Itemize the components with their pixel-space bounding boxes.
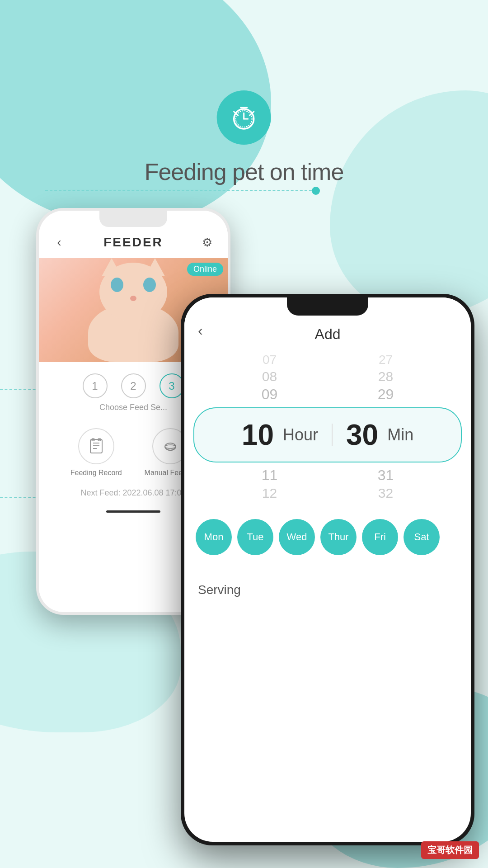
day-thur[interactable]: Thur: [320, 519, 357, 555]
home-bar: [106, 510, 160, 513]
day-fri[interactable]: Fri: [362, 519, 398, 555]
watermark: 宝哥软件园: [421, 841, 479, 859]
min-above-3: 29: [378, 386, 394, 403]
phone2-back-button[interactable]: ‹: [198, 322, 203, 339]
days-row: Mon Tue Wed Thur Fri: [196, 519, 460, 555]
dotted-line-top: [45, 190, 316, 191]
serving-section: Serving: [184, 574, 471, 606]
phone1-notch: [99, 211, 167, 227]
scroll-hour-above: 07 08 09: [262, 353, 278, 403]
hour-below-2: 12: [262, 486, 277, 501]
phone2-frame: ‹ Add 07 08 09 27 28 29: [181, 294, 474, 845]
scroll-min-below: 31 32: [378, 467, 394, 501]
serving-label: Serving: [198, 583, 457, 597]
scroll-min-above: 27 28 29: [378, 353, 394, 403]
time-minute-value: 30: [346, 418, 378, 452]
alarm-clock-icon: [228, 102, 260, 133]
headline: Feeding pet on time: [145, 158, 344, 185]
step-1: 1: [83, 373, 108, 398]
phone1-back-button[interactable]: ‹: [50, 233, 68, 251]
divider: [198, 569, 457, 569]
phone2-title: Add: [315, 326, 341, 343]
time-hour-label: Hour: [283, 425, 318, 444]
dot-accent-right: [312, 187, 320, 195]
min-above-1: 27: [379, 353, 393, 367]
step-2: 2: [121, 373, 146, 398]
alarm-icon-container: [217, 90, 271, 145]
day-tue[interactable]: Tue: [237, 519, 273, 555]
svg-point-14: [165, 445, 176, 448]
hour-above-1: 07: [263, 353, 277, 367]
day-sat[interactable]: Sat: [404, 519, 440, 555]
phone2-screen: ‹ Add 07 08 09 27 28 29: [184, 297, 471, 842]
min-above-2: 28: [378, 369, 393, 384]
phone2-inner: ‹ Add 07 08 09 27 28 29: [184, 297, 471, 842]
time-minute-label: Min: [387, 425, 413, 444]
days-section: Mon Tue Wed Thur Fri: [184, 505, 471, 564]
time-separator: [332, 424, 333, 446]
header-section: Feeding pet on time: [145, 90, 344, 185]
time-hour-value: 10: [242, 418, 274, 452]
day-mon[interactable]: Mon: [196, 519, 232, 555]
scroll-below: 11 12 31 32: [184, 465, 471, 505]
scroll-hour-below: 11 12: [262, 467, 278, 501]
day-wed[interactable]: Wed: [279, 519, 315, 555]
phone1-title: FEEDER: [103, 235, 163, 250]
feeding-record-icon: [78, 428, 114, 464]
online-badge: Online: [187, 263, 223, 276]
feeding-record-item[interactable]: Feeding Record: [70, 428, 122, 477]
min-below-2: 32: [378, 486, 393, 501]
hour-above-2: 08: [262, 369, 277, 384]
bg-blob-2: [330, 90, 488, 316]
hour-below-1: 11: [262, 467, 278, 484]
time-selected-bar: 10 Hour 30 Min: [193, 407, 462, 462]
phone2-notch: [287, 297, 368, 316]
hour-above-3: 09: [262, 386, 278, 403]
phone1-gear-icon[interactable]: ⚙: [198, 233, 216, 251]
scroll-above: 07 08 09 27 28 29: [184, 348, 471, 405]
phone2-container: ‹ Add 07 08 09 27 28 29: [181, 294, 474, 845]
cat-art: [75, 272, 192, 362]
min-below-1: 31: [378, 467, 394, 484]
feeding-record-label: Feeding Record: [70, 469, 122, 477]
